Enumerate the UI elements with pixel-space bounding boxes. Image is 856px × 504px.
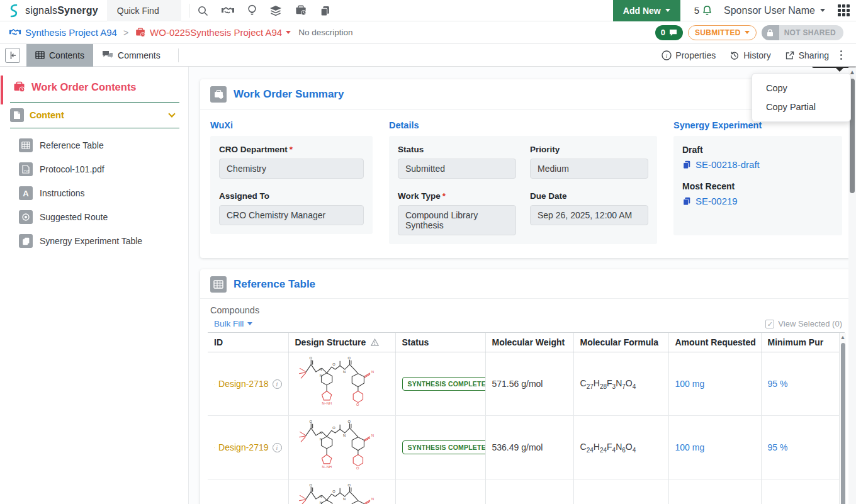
field-label: Due Date bbox=[530, 191, 648, 201]
tab-contents[interactable]: Contents bbox=[26, 44, 93, 67]
sidebar-item-suggested-route[interactable]: Suggested Route bbox=[10, 205, 182, 229]
column-header-id[interactable]: ID bbox=[208, 333, 288, 352]
structure-image[interactable] bbox=[295, 356, 390, 412]
design-id-link[interactable]: Design-2719 i bbox=[214, 442, 282, 452]
table-row[interactable]: Design-2720 i SYNTHESIS COMPLETE 536.49 … bbox=[208, 479, 841, 504]
work-order-icon[interactable] bbox=[295, 4, 307, 16]
comments-count-badge[interactable]: 0 bbox=[655, 25, 683, 40]
table-row[interactable]: Design-2719 i SYNTHESIS COMPLETE 536.49 … bbox=[208, 416, 841, 479]
svg-text:i: i bbox=[666, 52, 668, 59]
chevron-down-icon[interactable] bbox=[286, 31, 291, 34]
sharing-badge: NOT SHARED bbox=[762, 25, 843, 40]
info-icon[interactable]: i bbox=[273, 379, 282, 389]
column-header-design-structure[interactable]: Design Structure bbox=[288, 333, 395, 352]
notification-count: 5 bbox=[694, 5, 699, 16]
minimum-purity-link[interactable]: 95 % bbox=[768, 442, 788, 452]
table-scrollbar[interactable]: ▲ bbox=[839, 333, 846, 504]
copy-icon[interactable] bbox=[320, 5, 330, 16]
sidebar-accent-bar bbox=[1, 76, 3, 104]
bulk-fill-button[interactable]: Bulk Fill bbox=[214, 319, 252, 328]
collapse-sidebar-button[interactable] bbox=[5, 48, 20, 63]
draft-label: Draft bbox=[682, 145, 833, 155]
sidebar-item-reference-table[interactable]: Reference Table bbox=[10, 133, 182, 157]
brand-name: signalsSynergy bbox=[25, 5, 98, 16]
compound-layers-icon bbox=[214, 379, 215, 389]
structure-image[interactable] bbox=[295, 420, 390, 475]
minimum-purity-link[interactable]: 95 % bbox=[768, 379, 788, 389]
breadcrumb-project-link[interactable]: Synthesis Project A94 bbox=[25, 27, 117, 38]
work-type-field[interactable]: Compound Library Synthesis bbox=[398, 205, 516, 235]
work-order-icon bbox=[13, 81, 26, 93]
column-header-status[interactable]: Status bbox=[395, 333, 485, 352]
compounds-table: ID Design Structure Status Molecular Wei… bbox=[208, 332, 845, 504]
route-icon bbox=[19, 210, 33, 224]
top-bar: signalsSynergy Quick Find Add New 5 bbox=[0, 0, 856, 21]
notifications-button[interactable]: 5 bbox=[694, 4, 712, 16]
history-clock-icon bbox=[729, 50, 740, 60]
field-label: CRO Department* bbox=[219, 145, 364, 154]
column-header-molecular-formula[interactable]: Molecular Formula bbox=[573, 333, 668, 352]
column-header-minimum-purity[interactable]: Minimum Pur bbox=[761, 333, 841, 352]
project-handshake-icon bbox=[9, 28, 21, 37]
summary-card-title: Work Order Summary bbox=[234, 88, 344, 101]
status-badge[interactable]: SUBMITTED bbox=[688, 25, 757, 40]
assigned-to-field[interactable]: CRO Chemistry Manager bbox=[219, 205, 364, 225]
table-header-row: ID Design Structure Status Molecular Wei… bbox=[208, 333, 841, 352]
lightbulb-icon[interactable] bbox=[247, 4, 257, 16]
user-menu[interactable]: Sponsor User Name bbox=[724, 5, 825, 16]
actions-kebab-menu[interactable] bbox=[835, 48, 847, 62]
scroll-up-arrow[interactable]: ▲ bbox=[840, 333, 846, 342]
tab-comments[interactable]: Comments bbox=[93, 44, 169, 67]
info-icon[interactable]: i bbox=[273, 443, 282, 452]
apps-grid-icon[interactable] bbox=[838, 4, 850, 16]
breadcrumb-work-order[interactable]: WO-0225Synthesis Project A94 bbox=[150, 27, 282, 38]
history-button[interactable]: History bbox=[729, 50, 771, 60]
due-date-field[interactable]: Sep 26, 2025, 12:00 AM bbox=[530, 205, 648, 225]
handshake-icon[interactable] bbox=[221, 6, 235, 16]
work-order-icon bbox=[210, 86, 227, 103]
sidebar-section-content[interactable]: Content bbox=[10, 103, 182, 128]
work-order-contents-sidebar: Work Order Contents Content Reference Ta… bbox=[0, 67, 189, 504]
sidebar-item-synergy-experiment-table[interactable]: Synergy Experiment Table bbox=[10, 229, 182, 253]
molecular-formula-value: C24H24F4N6O4 bbox=[573, 479, 668, 504]
group-heading-wuxi: WuXi bbox=[210, 120, 373, 130]
sharing-button[interactable]: Sharing bbox=[785, 50, 829, 60]
cro-department-field[interactable]: Chemistry bbox=[219, 159, 364, 179]
column-header-amount-requested[interactable]: Amount Requested bbox=[668, 333, 761, 352]
properties-button[interactable]: i Properties bbox=[662, 50, 716, 60]
menu-item-copy[interactable]: Copy bbox=[752, 79, 850, 98]
experiment-icon bbox=[682, 160, 691, 169]
add-new-button[interactable]: Add New bbox=[613, 0, 680, 21]
view-selected-label: View Selected (0) bbox=[778, 319, 842, 328]
sidebar-item-protocol-pdf[interactable]: PDF Protocol-101.pdf bbox=[10, 157, 182, 181]
most-recent-experiment-link[interactable]: SE-00219 bbox=[682, 196, 833, 206]
sidebar-item-instructions[interactable]: A Instructions bbox=[10, 181, 182, 205]
main-content: Work Order Summary WuXi CRO Department* … bbox=[189, 67, 856, 504]
scrollbar-thumb[interactable] bbox=[841, 343, 845, 504]
status-field[interactable]: Submitted bbox=[398, 159, 516, 179]
amount-requested-link[interactable]: 100 mg bbox=[675, 379, 705, 389]
priority-field[interactable]: Medium bbox=[530, 159, 648, 179]
column-header-molecular-weight[interactable]: Molecular Weight bbox=[485, 333, 573, 352]
amount-requested-link[interactable]: 100 mg bbox=[675, 442, 705, 452]
comments-icon bbox=[102, 50, 113, 60]
view-selected-checkbox[interactable]: ✓ bbox=[765, 320, 774, 328]
divider bbox=[189, 4, 189, 18]
search-icon[interactable] bbox=[197, 5, 208, 16]
design-id-link[interactable]: Design-2718 i bbox=[214, 379, 282, 389]
molecular-formula-value: C24H24F4N6O4 bbox=[573, 416, 668, 479]
work-order-icon bbox=[135, 27, 146, 38]
quick-find-input[interactable]: Quick Find bbox=[107, 0, 181, 21]
layers-icon[interactable] bbox=[269, 5, 282, 16]
structure-image[interactable] bbox=[295, 483, 390, 504]
field-label: Assigned To bbox=[219, 191, 364, 201]
menu-item-copy-partial[interactable]: Copy Partial bbox=[752, 98, 850, 116]
compounds-label: Compounds bbox=[200, 299, 852, 316]
reference-table-card: Reference Table Compounds Bulk Fill ✓ Vi… bbox=[200, 269, 852, 504]
app-logo[interactable]: signalsSynergy bbox=[8, 3, 98, 18]
field-label: Work Type* bbox=[398, 191, 516, 201]
page-scrollbar[interactable]: ▲ bbox=[848, 67, 856, 504]
table-row[interactable]: Design-2718 i SYNTHESIS COMPLETE 571.56 … bbox=[208, 352, 841, 416]
draft-experiment-link[interactable]: SE-00218-draft bbox=[682, 159, 833, 170]
chevron-down-icon[interactable] bbox=[168, 110, 175, 117]
